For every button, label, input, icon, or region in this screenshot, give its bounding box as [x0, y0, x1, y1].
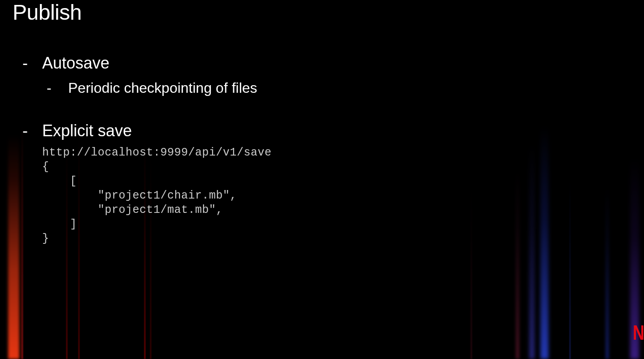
spacer — [22, 101, 631, 120]
netflix-logo-icon: N — [633, 320, 644, 345]
bullet-text: Autosave — [42, 54, 109, 72]
bullet-list: Autosave Periodic checkpointing of files… — [22, 52, 631, 142]
slide-content: Publish Autosave Periodic checkpointing … — [0, 0, 644, 246]
bullet-text: Explicit save — [42, 121, 132, 140]
bullet-explicit-save: Explicit save — [22, 120, 631, 142]
bullet-autosave-sub: Periodic checkpointing of files — [47, 78, 631, 98]
code-block: http://localhost:9999/api/v1/save { [ "p… — [42, 146, 631, 246]
bullet-autosave: Autosave — [22, 52, 631, 74]
bullet-text: Periodic checkpointing of files — [68, 80, 257, 96]
slide-title: Publish — [13, 0, 631, 25]
